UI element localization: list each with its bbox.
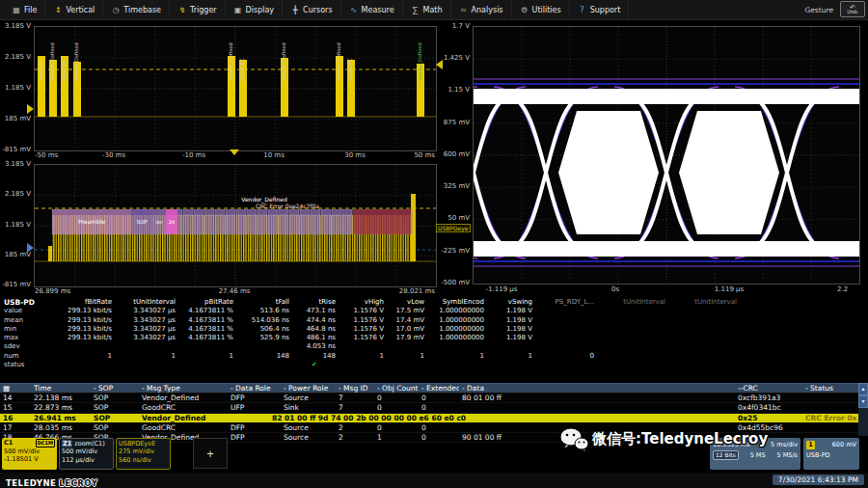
menu-label: Trigger bbox=[190, 6, 217, 14]
zoom-waveform-svg: Preamble SOP Ver 24 Vendor_Defined CRC E… bbox=[35, 165, 436, 286]
measure-icon: ∿ bbox=[349, 6, 359, 14]
vdiv-value: 500 mV/div bbox=[62, 447, 111, 455]
col-data-role[interactable]: - Data Role bbox=[228, 384, 281, 393]
timebase-tdiv: 5 ms/div bbox=[771, 441, 798, 448]
cursors-icon: ╋ bbox=[290, 6, 300, 14]
measure-header: vSwing bbox=[488, 298, 536, 307]
col-msg-id[interactable]: - Msg ID bbox=[336, 384, 374, 393]
support-icon: ? bbox=[578, 6, 587, 14]
sample-count: 5 MS bbox=[750, 451, 766, 459]
menu-label: Vertical bbox=[66, 6, 95, 14]
channel-c1-descriptor[interactable]: C1DC1M 500 mV/div -1.18501 V bbox=[2, 438, 57, 470]
table-row[interactable]: 1522.873 msSOPGoodCRCUFPSink7000x4f0341b… bbox=[0, 403, 858, 413]
menu-item-analysis[interactable]: ≈Analysis bbox=[451, 0, 512, 19]
col-data[interactable]: - Data bbox=[459, 384, 735, 393]
vertical-icon: ↕ bbox=[53, 6, 63, 14]
measure-header: tUnitInterval bbox=[598, 298, 669, 307]
svg-text:CRC Error 0xe24c7f0a: CRC Error 0xe24c7f0a bbox=[256, 203, 319, 209]
menu-item-trigger[interactable]: ↯Trigger bbox=[170, 0, 226, 19]
axis-label: 3.185 V bbox=[0, 22, 31, 30]
menu-label: Analysis bbox=[472, 6, 503, 14]
measure-header: vHigh bbox=[339, 298, 388, 307]
col-msg-type[interactable]: - Msg Type bbox=[139, 384, 228, 393]
trigger-descriptor[interactable]: 1600 mV USB-PD bbox=[803, 438, 859, 470]
trigger-type: USB-PD bbox=[806, 451, 830, 459]
menu-item-math[interactable]: ∑Math bbox=[403, 0, 451, 19]
eye-diagram-grid[interactable] bbox=[473, 26, 860, 285]
math-icon: ∑ bbox=[411, 6, 420, 14]
zoom-trace-marker[interactable] bbox=[27, 243, 34, 253]
zoom-source: zoom(C1) bbox=[74, 440, 104, 447]
trigger-time-marker[interactable] bbox=[230, 149, 239, 155]
undo-button[interactable]: ↶Undo bbox=[840, 1, 865, 17]
trigger-icon: ↯ bbox=[177, 6, 187, 14]
axis-label: -500 mV bbox=[434, 279, 470, 286]
scroll-up-icon[interactable]: ▲ bbox=[858, 383, 868, 395]
undo-label: Undo bbox=[848, 11, 858, 15]
axis-label: -815 mV bbox=[0, 146, 31, 153]
menu-item-cursors[interactable]: ╋Cursors bbox=[283, 0, 340, 19]
vdiv-value: 275 mV/div bbox=[119, 447, 168, 455]
axis-label: 875 mV bbox=[434, 119, 470, 126]
channel1-level-marker[interactable] bbox=[27, 104, 34, 114]
analysis-icon: ≈ bbox=[459, 6, 469, 14]
measure-header: SymblEncod bbox=[428, 298, 488, 307]
col-extended[interactable]: - Extended bbox=[419, 384, 459, 393]
axis-label: -30 ms bbox=[102, 151, 125, 159]
svg-text:Vendor_Defined: Vendor_Defined bbox=[417, 42, 423, 81]
vdiv-value: 500 mV/div bbox=[4, 447, 55, 455]
wechat-icon bbox=[559, 427, 588, 451]
svg-text:Vendor_Defined: Vendor_Defined bbox=[228, 42, 234, 81]
svg-text:GoodCRC: GoodCRC bbox=[347, 58, 353, 81]
zoom-z1-descriptor[interactable]: Z1zoom(C1) 500 mV/div 112 µs/div bbox=[59, 438, 114, 470]
menu-label: Timebase bbox=[123, 6, 161, 14]
tdiv-value: 560 ns/div bbox=[119, 456, 168, 464]
table-row-selected[interactable]: 1626.941 msSOPVendor_Defined82 01 00 ff … bbox=[0, 414, 858, 423]
zoom-grid[interactable]: Preamble SOP Ver 24 Vendor_Defined CRC E… bbox=[34, 164, 437, 287]
col-power-role[interactable]: - Power Role bbox=[281, 384, 336, 393]
table-row[interactable]: 1422.138 msSOPVendor_DefinedDFPSource700… bbox=[0, 393, 858, 403]
menu-item-support[interactable]: ?Support bbox=[570, 0, 630, 19]
measure-header: tUnitInterval bbox=[116, 298, 179, 307]
col-status[interactable]: - Status bbox=[802, 384, 858, 393]
add-trace-button[interactable]: + bbox=[193, 438, 228, 469]
menu-item-utilities[interactable]: ⚙Utilities bbox=[512, 0, 570, 19]
menu-item-file[interactable]: ▦File bbox=[4, 0, 45, 19]
col-sop[interactable]: - SOP bbox=[91, 384, 139, 393]
axis-label: 185 mV bbox=[0, 115, 31, 122]
measure-header: tRise bbox=[293, 298, 339, 307]
axis-label: -815 mV bbox=[0, 281, 31, 288]
axis-label: 50 ms bbox=[414, 151, 435, 159]
table-icon[interactable]: ▦ bbox=[0, 384, 31, 393]
menu-label: Support bbox=[590, 6, 621, 14]
axis-label: 2.185 V bbox=[0, 53, 31, 61]
axis-label: 1.119 µs bbox=[715, 285, 744, 293]
col-obj-count[interactable]: - Obj Count bbox=[374, 384, 419, 393]
eye-function-descriptor[interactable]: USBPDEyeE 275 mV/div 560 ns/div bbox=[116, 438, 171, 470]
svg-text:Vendor_Defined: Vendor_Defined bbox=[73, 42, 80, 81]
measure-header: vLow bbox=[388, 298, 428, 307]
menu-item-vertical[interactable]: ↕Vertical bbox=[45, 0, 103, 19]
menu-item-timebase[interactable]: ◷Timebase bbox=[103, 0, 170, 19]
eye-trace-label: USBPDeye bbox=[436, 224, 471, 232]
zoom-label: Z1 bbox=[62, 440, 72, 447]
measure-header: tFall bbox=[237, 298, 293, 307]
timebase-icon: ◷ bbox=[111, 6, 121, 14]
axis-label: -1.119 µs bbox=[486, 285, 518, 293]
axis-label: -10 ms bbox=[182, 151, 205, 159]
col-crc[interactable]: --CRC bbox=[735, 384, 802, 393]
measure-header: fBitRate bbox=[56, 298, 116, 307]
decode-header-row: ▦ Time - SOP - Msg Type - Data Role - Po… bbox=[0, 384, 858, 393]
overview-grid[interactable]: GoodCRC Vendor_Defined GoodCRC Vendor_De… bbox=[34, 26, 437, 151]
menu-label: Utilities bbox=[532, 6, 561, 14]
measure-header: pBitRate bbox=[179, 298, 237, 307]
decode-scrollbar[interactable]: ▲ ▼ bbox=[858, 383, 868, 436]
scroll-down-icon[interactable]: ▼ bbox=[858, 395, 868, 408]
axis-label: 1.185 V bbox=[0, 221, 31, 229]
menu-item-display[interactable]: ▣Display bbox=[226, 0, 284, 19]
axis-label: 28.021 ms bbox=[399, 287, 435, 295]
menu-item-measure[interactable]: ∿Measure bbox=[341, 0, 403, 19]
col-time[interactable]: Time bbox=[31, 384, 91, 393]
overview-waveform-svg: GoodCRC Vendor_Defined GoodCRC Vendor_De… bbox=[35, 27, 436, 150]
svg-text:Ver: Ver bbox=[155, 220, 162, 225]
